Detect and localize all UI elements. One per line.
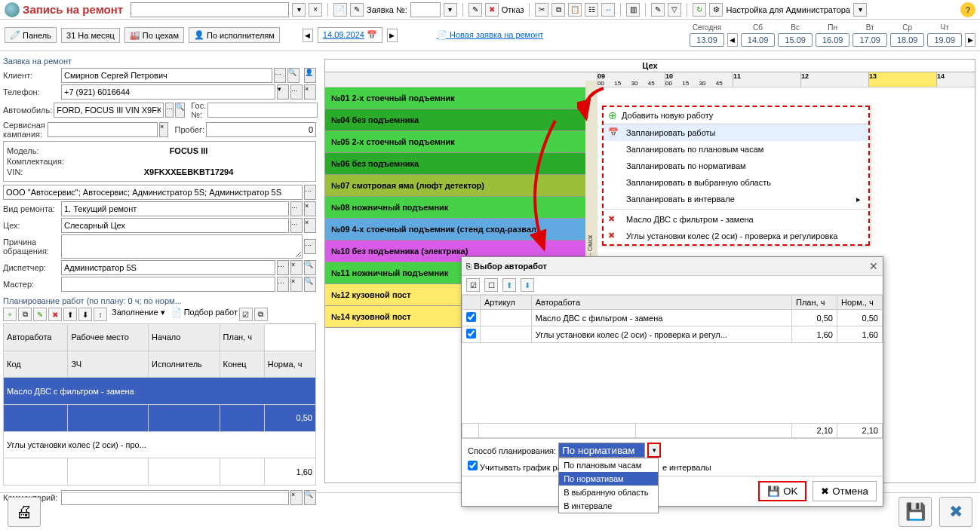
- cancel-button[interactable]: ✖ Отмена: [813, 481, 877, 501]
- modal-close-icon[interactable]: ✕: [869, 260, 878, 272]
- opt-2[interactable]: В выбранную область: [559, 486, 658, 499]
- client-pick-icon[interactable]: …: [274, 68, 286, 83]
- modal-down-icon[interactable]: ⬇: [521, 278, 534, 292]
- add-work-icon[interactable]: ＋: [3, 308, 17, 321]
- repair-input[interactable]: [61, 201, 289, 216]
- pick-work-button[interactable]: 📄 Подбор работ: [171, 308, 238, 321]
- date-next-icon[interactable]: ▶: [387, 29, 398, 42]
- lift-row-4[interactable]: №07 смотровая яма (люфт детектор): [325, 175, 585, 197]
- phone-dd-icon[interactable]: ▾: [277, 84, 289, 100]
- date-picker[interactable]: 14.09.2024: [323, 30, 364, 39]
- client-input[interactable]: [61, 68, 272, 83]
- extra2-icon[interactable]: ⧉: [254, 308, 268, 321]
- day-button-4[interactable]: 17.09: [853, 33, 887, 47]
- toolbar-chart-icon[interactable]: ▥: [626, 3, 640, 17]
- consider-schedule-check[interactable]: Учитывать график ра: [468, 463, 562, 472]
- ctx-item-3[interactable]: Запланировать в выбранную область: [604, 174, 868, 191]
- modal-row1-check[interactable]: [466, 329, 476, 339]
- repair-pick-icon[interactable]: …: [290, 201, 303, 216]
- ok-button[interactable]: 💾 OK: [758, 481, 806, 501]
- lift-row-6[interactable]: №09 4-х стоечный подъемник (стенд сход-р…: [325, 219, 585, 240]
- client-search-icon[interactable]: 🔍: [287, 68, 300, 83]
- extra1-icon[interactable]: ☑: [239, 308, 253, 321]
- toolbar-paste-icon[interactable]: 📋: [568, 3, 582, 17]
- copy-work-icon[interactable]: ⧉: [18, 308, 32, 321]
- toolbar-doc-icon[interactable]: 📄: [333, 3, 347, 17]
- master-input[interactable]: [61, 277, 275, 292]
- toolbar-funnel-icon[interactable]: ▽: [668, 3, 681, 17]
- toolbar-left-icon[interactable]: ↔: [601, 3, 615, 17]
- date-prev-icon[interactable]: ◀: [303, 29, 313, 42]
- settings-label[interactable]: Настройка для Администратора: [726, 5, 850, 14]
- day-button-6[interactable]: 19.09: [927, 33, 962, 47]
- auto-input[interactable]: [54, 103, 164, 118]
- del-work-icon[interactable]: ✖: [48, 308, 62, 321]
- reason-pick-icon[interactable]: …: [304, 239, 316, 254]
- org-pick-icon[interactable]: …: [304, 185, 316, 200]
- month-button[interactable]: 31 На месяц: [61, 28, 120, 43]
- gos-input[interactable]: [207, 103, 318, 118]
- modal-row-0[interactable]: Масло ДВС с фильтром - замена0,500,50: [462, 310, 883, 326]
- settings-dropdown-icon[interactable]: ▾: [853, 3, 867, 17]
- title-combo[interactable]: [131, 2, 289, 17]
- ctx-item-0[interactable]: 📅Запланировать работы: [604, 124, 868, 141]
- plan-method-dropdown-icon[interactable]: ▾: [647, 443, 661, 458]
- new-request-link[interactable]: 📄 Новая заявка на ремонт: [437, 30, 543, 40]
- fill-menu[interactable]: Заполнение ▾: [112, 308, 165, 321]
- reject-label[interactable]: Отказ: [502, 5, 524, 14]
- master-pick-icon[interactable]: …: [277, 277, 289, 292]
- modal-up-icon[interactable]: ⬆: [502, 278, 516, 292]
- plan-row-1[interactable]: Углы установки колес (2 оси) - про...: [4, 431, 316, 458]
- day-button-1[interactable]: 14.09: [741, 33, 776, 47]
- toolbar-edit-icon[interactable]: ✎: [468, 3, 482, 17]
- day-button-3[interactable]: 16.09: [816, 33, 850, 47]
- opt-0[interactable]: По плановым часам: [559, 458, 658, 472]
- ctx-add-label[interactable]: Добавить новую работу: [622, 111, 713, 120]
- days-prev-icon[interactable]: ◀: [727, 33, 738, 47]
- plan-row-0[interactable]: Масло ДВС с фильтром - замена: [4, 378, 316, 405]
- phone-input[interactable]: [61, 84, 275, 100]
- disp-input[interactable]: [61, 260, 275, 275]
- save-button[interactable]: 💾: [899, 497, 932, 527]
- sort-work-icon[interactable]: ↕: [94, 308, 107, 321]
- toolbar-gear-icon[interactable]: ⚙: [709, 3, 723, 17]
- lift-row-5[interactable]: №08 ножничный подъемник: [325, 197, 585, 219]
- modal-tool2-icon[interactable]: ☐: [484, 278, 498, 292]
- opt-3[interactable]: В интервале: [559, 499, 658, 513]
- modal-tool1-icon[interactable]: ☑: [466, 278, 480, 292]
- ctx-extra-0[interactable]: ✖Масло ДВС с фильтром - замена: [604, 211, 868, 228]
- client-card-icon[interactable]: 👤: [304, 68, 316, 83]
- service-clear-icon[interactable]: ×: [159, 122, 169, 137]
- days-next-icon[interactable]: ▶: [965, 33, 975, 47]
- app-no-dropdown-icon[interactable]: ▾: [444, 3, 457, 17]
- toolbar-filter-icon[interactable]: ✎: [651, 3, 665, 17]
- cex-clear-icon[interactable]: ×: [304, 218, 316, 233]
- auto-search-icon[interactable]: 🔍: [175, 103, 185, 118]
- reason-input[interactable]: [61, 234, 303, 259]
- help-icon[interactable]: ?: [960, 2, 975, 17]
- service-input[interactable]: [48, 122, 158, 137]
- print-button[interactable]: 🖨: [8, 497, 41, 527]
- lift-row-1[interactable]: №04 без подъемника: [325, 109, 585, 131]
- modal-row-1[interactable]: Углы установки колес (2 оси) - проверка …: [462, 326, 883, 343]
- up-work-icon[interactable]: ⬆: [63, 308, 77, 321]
- day-button-2[interactable]: 15.09: [778, 33, 813, 47]
- lift-row-3[interactable]: №06 без подъемника: [325, 153, 585, 175]
- toolbar-wand-icon[interactable]: ✎: [350, 3, 364, 17]
- app-no-input[interactable]: [410, 2, 441, 17]
- phone-pick-icon[interactable]: …: [290, 84, 303, 100]
- repair-clear-icon[interactable]: ×: [304, 201, 316, 216]
- reject-icon[interactable]: ✖: [485, 3, 499, 17]
- lift-row-2[interactable]: №05 2-х стоечный подъемник: [325, 131, 585, 153]
- phone-clear-icon[interactable]: ×: [304, 84, 316, 100]
- day-button-0[interactable]: 13.09: [690, 33, 724, 47]
- mileage-input[interactable]: [206, 122, 316, 137]
- lift-row-0[interactable]: №01 2-х стоечный подъемник: [325, 87, 585, 109]
- disp-pick-icon[interactable]: …: [277, 260, 289, 275]
- auto-pick-icon[interactable]: …: [165, 103, 174, 118]
- toolbar-list-icon[interactable]: ☷: [585, 3, 598, 17]
- byexec-button[interactable]: 👤 По исполнителям: [189, 27, 280, 43]
- toolbar-refresh-icon[interactable]: ↻: [693, 3, 706, 17]
- down-work-icon[interactable]: ⬇: [78, 308, 92, 321]
- master-search-icon[interactable]: 🔍: [304, 277, 316, 292]
